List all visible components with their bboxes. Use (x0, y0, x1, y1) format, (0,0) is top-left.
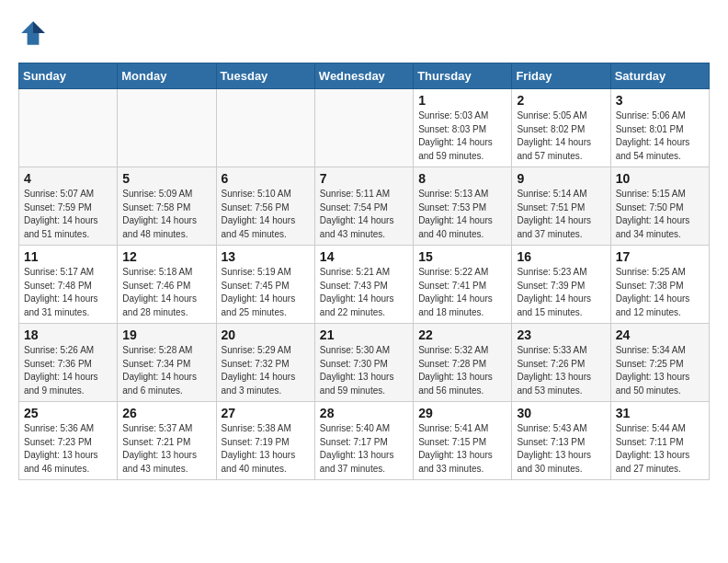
day-number: 27 (222, 406, 310, 420)
day-number: 17 (616, 249, 704, 264)
day-detail: Sunrise: 5:38 AMSunset: 7:19 PMDaylight:… (222, 422, 310, 476)
day-number: 2 (517, 93, 605, 108)
day-cell: 26Sunrise: 5:37 AMSunset: 7:21 PMDayligh… (118, 402, 216, 480)
day-detail: Sunrise: 5:19 AMSunset: 7:45 PMDaylight:… (222, 266, 310, 319)
day-detail: Sunrise: 5:14 AMSunset: 7:51 PMDaylight:… (517, 188, 605, 241)
day-number: 4 (24, 171, 112, 186)
svg-marker-1 (33, 21, 45, 33)
day-detail: Sunrise: 5:29 AMSunset: 7:32 PMDaylight:… (222, 344, 310, 397)
day-number: 21 (320, 327, 408, 342)
day-cell: 5Sunrise: 5:09 AMSunset: 7:58 PMDaylight… (118, 167, 216, 246)
week-row-5: 25Sunrise: 5:36 AMSunset: 7:23 PMDayligh… (19, 402, 710, 480)
day-detail: Sunrise: 5:26 AMSunset: 7:36 PMDaylight:… (24, 344, 112, 397)
weekday-header-saturday: Saturday (610, 63, 709, 89)
week-row-3: 11Sunrise: 5:17 AMSunset: 7:48 PMDayligh… (19, 246, 710, 324)
day-detail: Sunrise: 5:30 AMSunset: 7:30 PMDaylight:… (320, 344, 408, 397)
day-cell: 20Sunrise: 5:29 AMSunset: 7:32 PMDayligh… (216, 324, 314, 402)
day-cell: 31Sunrise: 5:44 AMSunset: 7:11 PMDayligh… (610, 402, 709, 480)
day-number: 12 (122, 249, 210, 264)
calendar: SundayMondayTuesdayWednesdayThursdayFrid… (18, 63, 710, 480)
day-number: 19 (122, 327, 210, 342)
page-header (18, 18, 710, 48)
day-number: 16 (517, 249, 605, 264)
calendar-header-row: SundayMondayTuesdayWednesdayThursdayFrid… (19, 63, 710, 89)
day-cell: 18Sunrise: 5:26 AMSunset: 7:36 PMDayligh… (19, 324, 118, 402)
day-number: 10 (616, 171, 704, 186)
day-number: 18 (24, 327, 112, 342)
day-cell: 30Sunrise: 5:43 AMSunset: 7:13 PMDayligh… (512, 402, 610, 480)
day-cell: 6Sunrise: 5:10 AMSunset: 7:56 PMDaylight… (216, 167, 314, 246)
day-number: 5 (122, 171, 210, 186)
day-detail: Sunrise: 5:37 AMSunset: 7:21 PMDaylight:… (122, 422, 210, 476)
day-cell: 29Sunrise: 5:41 AMSunset: 7:15 PMDayligh… (414, 402, 512, 480)
week-row-1: 1Sunrise: 5:03 AMSunset: 8:03 PMDaylight… (19, 89, 710, 167)
day-cell: 22Sunrise: 5:32 AMSunset: 7:28 PMDayligh… (414, 324, 512, 402)
day-cell: 4Sunrise: 5:07 AMSunset: 7:59 PMDaylight… (19, 167, 118, 246)
day-cell: 19Sunrise: 5:28 AMSunset: 7:34 PMDayligh… (118, 324, 216, 402)
day-detail: Sunrise: 5:11 AMSunset: 7:54 PMDaylight:… (320, 188, 408, 241)
day-detail: Sunrise: 5:13 AMSunset: 7:53 PMDaylight:… (418, 188, 506, 241)
day-detail: Sunrise: 5:10 AMSunset: 7:56 PMDaylight:… (222, 188, 310, 241)
day-cell: 13Sunrise: 5:19 AMSunset: 7:45 PMDayligh… (216, 246, 314, 324)
day-number: 29 (418, 406, 506, 420)
weekday-header-friday: Friday (512, 63, 610, 89)
day-detail: Sunrise: 5:44 AMSunset: 7:11 PMDaylight:… (616, 422, 704, 476)
day-number: 3 (616, 93, 704, 108)
day-cell: 9Sunrise: 5:14 AMSunset: 7:51 PMDaylight… (512, 167, 610, 246)
day-detail: Sunrise: 5:18 AMSunset: 7:46 PMDaylight:… (122, 266, 210, 319)
day-number: 24 (616, 327, 704, 342)
day-cell (216, 89, 314, 167)
day-cell: 24Sunrise: 5:34 AMSunset: 7:25 PMDayligh… (610, 324, 709, 402)
day-detail: Sunrise: 5:17 AMSunset: 7:48 PMDaylight:… (24, 266, 112, 319)
day-number: 26 (122, 406, 210, 420)
day-detail: Sunrise: 5:36 AMSunset: 7:23 PMDaylight:… (24, 422, 112, 476)
day-detail: Sunrise: 5:03 AMSunset: 8:03 PMDaylight:… (418, 109, 506, 163)
logo (18, 18, 51, 48)
day-cell: 25Sunrise: 5:36 AMSunset: 7:23 PMDayligh… (19, 402, 118, 480)
day-cell: 10Sunrise: 5:15 AMSunset: 7:50 PMDayligh… (610, 167, 709, 246)
day-number: 22 (418, 327, 506, 342)
day-cell: 28Sunrise: 5:40 AMSunset: 7:17 PMDayligh… (314, 402, 413, 480)
day-cell: 27Sunrise: 5:38 AMSunset: 7:19 PMDayligh… (216, 402, 314, 480)
day-cell (19, 89, 118, 167)
day-number: 28 (320, 406, 408, 420)
day-detail: Sunrise: 5:33 AMSunset: 7:26 PMDaylight:… (517, 344, 605, 397)
day-number: 8 (418, 171, 506, 186)
day-number: 13 (222, 249, 310, 264)
day-cell: 11Sunrise: 5:17 AMSunset: 7:48 PMDayligh… (19, 246, 118, 324)
day-detail: Sunrise: 5:25 AMSunset: 7:38 PMDaylight:… (616, 266, 704, 319)
day-number: 20 (222, 327, 310, 342)
day-detail: Sunrise: 5:21 AMSunset: 7:43 PMDaylight:… (320, 266, 408, 319)
week-row-4: 18Sunrise: 5:26 AMSunset: 7:36 PMDayligh… (19, 324, 710, 402)
day-cell: 8Sunrise: 5:13 AMSunset: 7:53 PMDaylight… (414, 167, 512, 246)
weekday-header-tuesday: Tuesday (216, 63, 314, 89)
day-cell: 7Sunrise: 5:11 AMSunset: 7:54 PMDaylight… (314, 167, 413, 246)
day-detail: Sunrise: 5:05 AMSunset: 8:02 PMDaylight:… (517, 109, 605, 163)
day-number: 7 (320, 171, 408, 186)
day-cell: 16Sunrise: 5:23 AMSunset: 7:39 PMDayligh… (512, 246, 610, 324)
day-detail: Sunrise: 5:09 AMSunset: 7:58 PMDaylight:… (122, 188, 210, 241)
logo-icon (18, 18, 48, 48)
day-number: 1 (418, 93, 506, 108)
day-number: 23 (517, 327, 605, 342)
weekday-header-thursday: Thursday (414, 63, 512, 89)
day-cell: 23Sunrise: 5:33 AMSunset: 7:26 PMDayligh… (512, 324, 610, 402)
day-detail: Sunrise: 5:28 AMSunset: 7:34 PMDaylight:… (122, 344, 210, 397)
day-detail: Sunrise: 5:43 AMSunset: 7:13 PMDaylight:… (517, 422, 605, 476)
week-row-2: 4Sunrise: 5:07 AMSunset: 7:59 PMDaylight… (19, 167, 710, 246)
day-detail: Sunrise: 5:34 AMSunset: 7:25 PMDaylight:… (616, 344, 704, 397)
day-number: 15 (418, 249, 506, 264)
weekday-header-sunday: Sunday (19, 63, 118, 89)
day-number: 30 (517, 406, 605, 420)
day-cell: 15Sunrise: 5:22 AMSunset: 7:41 PMDayligh… (414, 246, 512, 324)
day-detail: Sunrise: 5:07 AMSunset: 7:59 PMDaylight:… (24, 188, 112, 241)
day-number: 6 (222, 171, 310, 186)
day-cell: 1Sunrise: 5:03 AMSunset: 8:03 PMDaylight… (414, 89, 512, 167)
day-cell: 3Sunrise: 5:06 AMSunset: 8:01 PMDaylight… (610, 89, 709, 167)
day-cell: 12Sunrise: 5:18 AMSunset: 7:46 PMDayligh… (118, 246, 216, 324)
day-number: 31 (616, 406, 704, 420)
day-number: 9 (517, 171, 605, 186)
day-detail: Sunrise: 5:06 AMSunset: 8:01 PMDaylight:… (616, 109, 704, 163)
weekday-header-wednesday: Wednesday (314, 63, 413, 89)
day-cell: 14Sunrise: 5:21 AMSunset: 7:43 PMDayligh… (314, 246, 413, 324)
